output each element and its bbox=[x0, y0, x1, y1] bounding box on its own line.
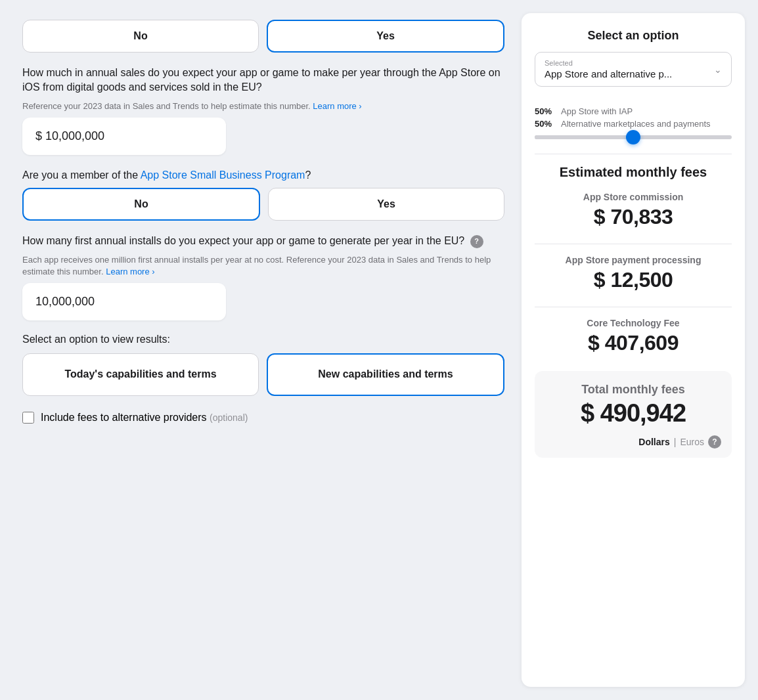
annual-sales-learn-more[interactable]: Learn more › bbox=[313, 101, 361, 111]
annual-sales-block: How much in annual sales do you expect y… bbox=[22, 66, 504, 155]
fees-section: Estimated monthly fees App Store commiss… bbox=[535, 165, 732, 366]
ctf-fee-item: Core Technology Fee $ 407,609 bbox=[535, 318, 732, 355]
capabilities-group: Today's capabilities and terms New capab… bbox=[22, 353, 504, 396]
slider-label-appstore: 50% App Store with IAP bbox=[535, 106, 732, 116]
slider-fill bbox=[535, 135, 633, 139]
small-business-link[interactable]: App Store Small Business Program bbox=[141, 169, 305, 181]
divider-payment bbox=[535, 307, 732, 307]
installs-question: How many first annual installs do you ex… bbox=[22, 234, 504, 248]
slider-desc-alternative: Alternative marketplaces and payments bbox=[561, 119, 711, 129]
total-section: Total monthly fees $ 490,942 Dollars | E… bbox=[535, 371, 732, 458]
payment-fee-item: App Store payment processing $ 12,500 bbox=[535, 255, 732, 292]
top-yes-button[interactable]: Yes bbox=[267, 20, 504, 53]
small-business-yesno-group: No Yes bbox=[22, 188, 504, 221]
slider-section: 50% App Store with IAP 50% Alternative m… bbox=[535, 106, 732, 139]
slider-pct-alternative: 50% bbox=[535, 119, 556, 129]
checkbox-row: Include fees to alternative providers (o… bbox=[22, 412, 504, 424]
left-panel: No Yes How much in annual sales do you e… bbox=[13, 13, 511, 687]
new-capabilities-button[interactable]: New capabilities and terms bbox=[267, 353, 504, 396]
ctf-label: Core Technology Fee bbox=[535, 318, 732, 328]
currency-help-icon[interactable]: ? bbox=[708, 435, 721, 448]
slider-desc-appstore: App Store with IAP bbox=[561, 106, 633, 116]
top-yesno-group: No Yes bbox=[22, 20, 504, 53]
installs-learn-more[interactable]: Learn more › bbox=[106, 267, 154, 276]
commission-label: App Store commission bbox=[535, 192, 732, 202]
total-label: Total monthly fees bbox=[545, 383, 721, 397]
select-option-title: Select an option bbox=[535, 29, 732, 43]
alternative-providers-checkbox[interactable] bbox=[22, 412, 34, 424]
total-value: $ 490,942 bbox=[545, 399, 721, 427]
installs-block: How many first annual installs do you ex… bbox=[22, 234, 504, 320]
option-dropdown[interactable]: Selected App Store and alternative p... … bbox=[535, 52, 732, 87]
small-business-block: Are you a member of the App Store Small … bbox=[22, 168, 504, 221]
commission-value: $ 70,833 bbox=[535, 205, 732, 229]
ctf-value: $ 407,609 bbox=[535, 331, 732, 355]
payment-label: App Store payment processing bbox=[535, 255, 732, 265]
annual-sales-question: How much in annual sales do you expect y… bbox=[22, 66, 504, 95]
slider-thumb[interactable] bbox=[626, 130, 640, 144]
today-capabilities-button[interactable]: Today's capabilities and terms bbox=[22, 353, 259, 396]
dropdown-label: Selected bbox=[545, 59, 722, 67]
currency-dollars[interactable]: Dollars bbox=[638, 437, 669, 447]
slider-track[interactable] bbox=[535, 135, 732, 139]
checkbox-label: Include fees to alternative providers (o… bbox=[41, 412, 248, 424]
view-results-label: Select an option to view results: bbox=[22, 334, 504, 345]
annual-sales-input[interactable] bbox=[22, 118, 226, 155]
commission-fee-item: App Store commission $ 70,833 bbox=[535, 192, 732, 229]
currency-separator: | bbox=[674, 437, 677, 447]
slider-labels: 50% App Store with IAP 50% Alternative m… bbox=[535, 106, 732, 129]
right-panel: Select an option Selected App Store and … bbox=[522, 13, 745, 687]
select-option-section: Select an option Selected App Store and … bbox=[535, 29, 732, 87]
slider-pct-appstore: 50% bbox=[535, 106, 556, 116]
main-container: No Yes How much in annual sales do you e… bbox=[13, 13, 745, 687]
divider-top bbox=[535, 154, 732, 154]
small-business-yes-button[interactable]: Yes bbox=[268, 188, 504, 221]
annual-sales-hint: Reference your 2023 data in Sales and Tr… bbox=[22, 100, 504, 112]
small-business-no-button[interactable]: No bbox=[22, 188, 260, 221]
payment-value: $ 12,500 bbox=[535, 268, 732, 292]
small-business-question: Are you a member of the App Store Small … bbox=[22, 168, 504, 183]
top-no-button[interactable]: No bbox=[22, 20, 259, 53]
divider-commission bbox=[535, 244, 732, 244]
installs-input[interactable] bbox=[22, 283, 226, 320]
installs-help-icon[interactable]: ? bbox=[470, 235, 483, 248]
view-results-block: Select an option to view results: Today'… bbox=[22, 334, 504, 396]
installs-hint: Each app receives one million first annu… bbox=[22, 254, 504, 278]
checkbox-optional: (optional) bbox=[210, 412, 248, 423]
dropdown-value: App Store and alternative p... bbox=[545, 68, 722, 79]
slider-label-alternative: 50% Alternative marketplaces and payment… bbox=[535, 119, 732, 129]
fees-title: Estimated monthly fees bbox=[535, 165, 732, 180]
currency-euros[interactable]: Euros bbox=[680, 437, 704, 447]
currency-row: Dollars | Euros ? bbox=[545, 435, 721, 448]
chevron-down-icon: ⌄ bbox=[714, 64, 722, 75]
